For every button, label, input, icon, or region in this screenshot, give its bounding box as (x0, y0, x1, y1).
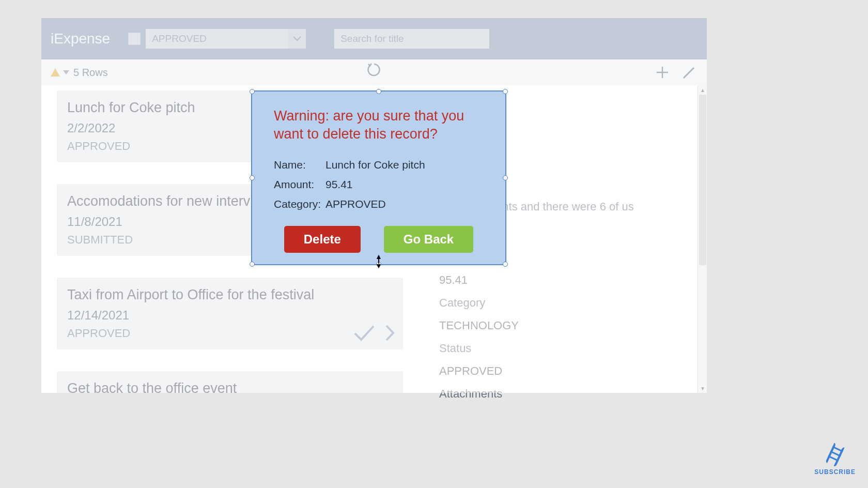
resize-handle[interactable] (376, 262, 381, 267)
subscribe-badge[interactable]: SUBSCRIBE (814, 445, 856, 476)
dialog-category-value: APPROVED (326, 198, 386, 210)
dialog-amount-value: 95.41 (326, 178, 353, 191)
resize-handle[interactable] (376, 89, 381, 94)
go-back-button[interactable]: Go Back (384, 226, 473, 253)
dna-icon (823, 442, 847, 468)
dialog-amount-label: Amount: (274, 178, 326, 191)
dialog-warning-text: Warning: are you sure that you want to d… (274, 107, 484, 143)
dialog-category-label: Category: (274, 198, 326, 210)
resize-handle[interactable] (503, 175, 508, 180)
delete-warning-dialog: Warning: are you sure that you want to d… (251, 90, 506, 265)
resize-handle[interactable] (503, 89, 508, 94)
delete-button[interactable]: Delete (284, 226, 361, 253)
resize-handle[interactable] (503, 262, 508, 267)
resize-handle[interactable] (250, 175, 255, 180)
resize-handle[interactable] (250, 262, 255, 267)
subscribe-label: SUBSCRIBE (814, 468, 856, 476)
resize-handle[interactable] (250, 89, 255, 94)
dialog-name-label: Name: (274, 159, 326, 171)
dialog-name-value: Lunch for Coke pitch (326, 159, 425, 171)
